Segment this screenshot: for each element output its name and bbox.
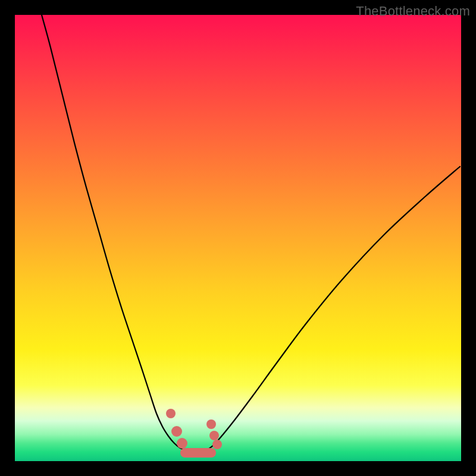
plot-area [15, 15, 461, 461]
chart-svg [15, 15, 461, 461]
valley-nub [180, 448, 216, 458]
valley-dot [206, 419, 216, 429]
valley-dot [171, 426, 182, 437]
valley-dot [209, 431, 219, 440]
series-right-branch [206, 167, 460, 450]
valley-dot [166, 409, 176, 418]
valley-dot [177, 438, 187, 449]
watermark-label: TheBottleneck.com [356, 4, 470, 19]
series-left-branch [42, 15, 186, 450]
chart-frame: TheBottleneck.com [0, 0, 476, 476]
valley-dot [212, 440, 222, 449]
